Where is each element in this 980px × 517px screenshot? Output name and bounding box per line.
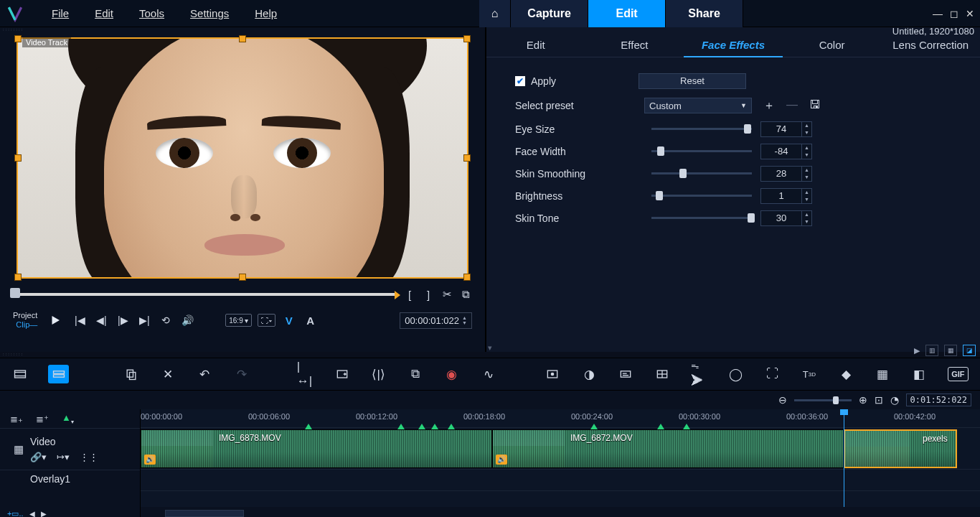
panel-scroll-right-icon[interactable]: ▶ bbox=[914, 346, 920, 355]
add-preset-icon[interactable]: ＋ bbox=[763, 98, 775, 113]
panel-layout-2-icon[interactable]: ▦ bbox=[944, 345, 957, 356]
slider-value-field[interactable]: 28▲▼ bbox=[760, 166, 812, 182]
color-wheel-icon[interactable]: ◉ bbox=[443, 365, 460, 383]
3d-title-icon[interactable]: T3D bbox=[801, 365, 817, 383]
pan-zoom-icon[interactable] bbox=[334, 365, 350, 383]
add-track-icon[interactable]: +▭.. bbox=[7, 509, 24, 518]
chroma-icon[interactable]: ◆ bbox=[837, 365, 854, 383]
tools-icon[interactable]: ✕ bbox=[160, 365, 176, 383]
go-start-icon[interactable]: |◀ bbox=[72, 312, 88, 328]
preview-viewport[interactable]: Video Track bbox=[17, 37, 468, 279]
slider-value-field[interactable]: -84▲▼ bbox=[760, 144, 812, 159]
zoom-in-icon[interactable]: ⊕ bbox=[859, 394, 867, 406]
resize-handle[interactable] bbox=[463, 154, 471, 162]
tab-color[interactable]: Color bbox=[783, 33, 882, 57]
scrub-track[interactable] bbox=[13, 293, 397, 296]
slider-value-field[interactable]: 74▲▼ bbox=[760, 121, 812, 137]
crop-tool-icon[interactable]: ⧉ bbox=[407, 365, 423, 383]
audio-wave-icon[interactable]: ∿ bbox=[481, 365, 497, 383]
timeline-view-icon[interactable] bbox=[48, 365, 69, 383]
split-grip-icon[interactable]: ▾ bbox=[485, 343, 495, 353]
subtitle-icon[interactable] bbox=[618, 365, 634, 383]
slider-value-field[interactable]: 30▲▼ bbox=[760, 210, 812, 226]
timeline-clip[interactable]: ★FXpexels bbox=[844, 429, 957, 468]
slider-track[interactable] bbox=[651, 217, 752, 219]
timecode-spinner[interactable]: ▲▼ bbox=[462, 315, 467, 325]
spin-up-icon[interactable]: ▲ bbox=[802, 122, 811, 129]
filmstrip-icon[interactable]: ▦ bbox=[875, 365, 891, 383]
slider-track[interactable] bbox=[651, 150, 752, 152]
play-button[interactable] bbox=[44, 309, 66, 331]
grip-dots[interactable]: :::::::: bbox=[0, 27, 485, 33]
slider-thumb[interactable] bbox=[748, 213, 755, 223]
track-collapse-up-icon[interactable]: ▲▾ bbox=[62, 412, 74, 425]
slider-thumb[interactable] bbox=[657, 146, 664, 156]
timeline-tracks[interactable]: 00:00:00:0000:00:06:0000:00:12:0000:00:1… bbox=[141, 409, 980, 517]
slider-thumb[interactable] bbox=[679, 169, 687, 178]
resize-handle[interactable] bbox=[14, 35, 22, 42]
mask-icon[interactable]: ◑ bbox=[580, 365, 597, 383]
playhead[interactable] bbox=[844, 409, 844, 517]
scrub-playhead[interactable] bbox=[10, 288, 20, 298]
audio-toggle[interactable]: A bbox=[303, 312, 319, 328]
snapshot-icon[interactable]: ⧉ bbox=[459, 288, 472, 301]
timeline-clip[interactable]: IMG_6872.MOV🔊 bbox=[492, 429, 844, 468]
h-scrollbar-thumb[interactable] bbox=[165, 510, 244, 517]
menu-settings[interactable]: Settings bbox=[177, 7, 242, 19]
spin-up-icon[interactable]: ▲ bbox=[802, 144, 811, 152]
tab-edit[interactable]: Edit bbox=[486, 33, 585, 57]
gif-icon[interactable]: GIF bbox=[948, 367, 969, 381]
overlay-track[interactable] bbox=[141, 470, 980, 491]
zoom-thumb[interactable] bbox=[833, 396, 839, 404]
storyboard-view-icon[interactable] bbox=[11, 365, 28, 383]
menu-help[interactable]: Help bbox=[242, 7, 290, 19]
exposure-icon[interactable]: ◧ bbox=[911, 365, 928, 383]
menu-tools[interactable]: Tools bbox=[126, 7, 177, 19]
resize-handle[interactable] bbox=[239, 35, 246, 42]
maximize-icon[interactable]: ◻ bbox=[950, 8, 958, 19]
go-end-icon[interactable]: ▶| bbox=[136, 312, 152, 328]
step-fwd-icon[interactable]: |▶ bbox=[115, 312, 131, 328]
timeline-clip[interactable]: IMG_6878.MOV🔊 bbox=[141, 429, 492, 468]
close-icon[interactable]: ✕ bbox=[966, 8, 974, 19]
mark-in-icon[interactable]: [ bbox=[403, 288, 416, 301]
slider-track[interactable] bbox=[651, 195, 752, 197]
scissors-icon[interactable]: ✂ bbox=[440, 288, 453, 301]
remove-preset-icon[interactable]: — bbox=[786, 98, 798, 113]
panel-layout-1-icon[interactable]: ▥ bbox=[925, 345, 938, 356]
clock-icon[interactable]: ◔ bbox=[890, 394, 899, 406]
menu-edit[interactable]: Edit bbox=[82, 7, 126, 19]
ripple-icon[interactable]: ↦▾ bbox=[57, 452, 70, 462]
time-ruler[interactable]: 00:00:00:0000:00:06:0000:00:12:0000:00:1… bbox=[141, 409, 980, 428]
save-preset-icon[interactable]: 🖫 bbox=[809, 98, 821, 113]
tab-face-effects[interactable]: Face Effects bbox=[684, 33, 783, 57]
slider-value-field[interactable]: 1▲▼ bbox=[760, 188, 812, 204]
resize-handle[interactable] bbox=[463, 35, 471, 42]
timecode-field[interactable]: 00:00:01:022 ▲▼ bbox=[400, 312, 472, 329]
redo-icon[interactable]: ↷ bbox=[233, 365, 250, 383]
fit-project-icon[interactable]: ⊡ bbox=[875, 394, 883, 406]
spin-down-icon[interactable]: ▼ bbox=[802, 174, 811, 181]
mode-edit[interactable]: Edit bbox=[588, 0, 666, 27]
resize-handle[interactable] bbox=[14, 154, 22, 162]
resize-handle[interactable] bbox=[239, 274, 246, 281]
panel-layout-3-icon[interactable]: ◪ bbox=[963, 345, 976, 356]
reset-button[interactable]: Reset bbox=[639, 73, 746, 89]
track-motion-icon[interactable] bbox=[544, 365, 560, 383]
aspect-ratio-chip[interactable]: 16:9▾ bbox=[225, 314, 251, 327]
mode-share[interactable]: Share bbox=[666, 0, 743, 27]
preset-dropdown[interactable]: Custom ▼ bbox=[644, 98, 752, 113]
focus-icon[interactable]: ⛶ bbox=[764, 365, 781, 383]
fit-width-icon[interactable]: |↔| bbox=[297, 365, 314, 383]
video-toggle[interactable]: V bbox=[281, 312, 297, 328]
video-track-icon[interactable]: ▦ bbox=[7, 443, 30, 456]
mode-capture[interactable]: Capture bbox=[511, 0, 588, 27]
spin-down-icon[interactable]: ▼ bbox=[802, 196, 811, 203]
slider-thumb[interactable] bbox=[656, 191, 663, 200]
video-track[interactable]: IMG_6878.MOV🔊IMG_6872.MOV🔊★FXpexels bbox=[141, 428, 980, 470]
loop-icon[interactable]: ⟲ bbox=[158, 312, 174, 328]
mode-home[interactable]: ⌂ bbox=[479, 0, 511, 27]
menu-file[interactable]: File bbox=[39, 7, 82, 19]
step-back-icon[interactable]: ◀| bbox=[93, 312, 109, 328]
minimize-icon[interactable]: — bbox=[933, 8, 943, 19]
